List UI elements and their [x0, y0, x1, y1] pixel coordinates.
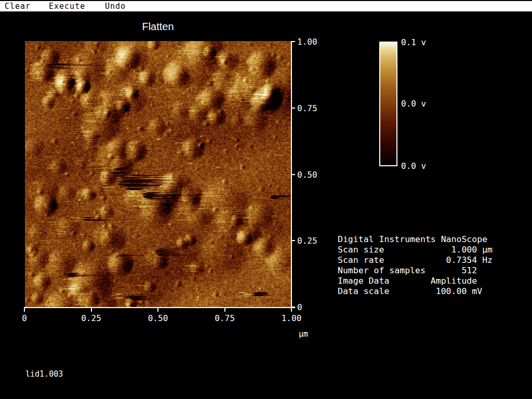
x-axis-unit-label: µm: [299, 329, 308, 339]
x-tick-label: 0.50: [148, 314, 168, 323]
y-tick: [291, 240, 295, 241]
y-tick-label: 0.75: [297, 103, 317, 112]
y-tick-label: 1.00: [297, 37, 317, 46]
info-image-data: Image Data Amplitude: [338, 276, 493, 286]
x-tick-label: 0.75: [215, 314, 235, 323]
info-instrument: Digital Instruments NanoScope: [338, 234, 493, 245]
y-tick: [291, 174, 295, 175]
y-tick-label: 0: [297, 303, 302, 312]
y-axis-line: [291, 42, 292, 312]
menu-item-undo[interactable]: Undo: [105, 2, 126, 11]
x-tick: [291, 307, 292, 312]
colorbar-bottom-label: 0.0 v: [401, 162, 426, 170]
filename-label: lid1.003: [25, 369, 63, 379]
menu-item-clear[interactable]: Clear: [5, 2, 31, 11]
colorbar-mid-label: 0.0 v: [401, 99, 426, 108]
info-num-samples: Number of samples 512: [338, 265, 493, 276]
y-tick-label: 0.25: [297, 236, 317, 245]
x-tick: [24, 307, 25, 312]
y-tick: [291, 41, 295, 42]
menu-item-execute[interactable]: Execute: [49, 2, 85, 11]
plot-title: Flatten: [25, 21, 291, 32]
info-data-scale: Data scale 100.00 mV: [338, 286, 493, 297]
color-scale-bar: [379, 42, 397, 166]
info-scan-size: Scan size 1.000 µm: [338, 245, 493, 255]
x-tick-label: 0: [22, 314, 27, 323]
menu-bar: ClearExecuteUndo: [0, 0, 532, 11]
x-tick: [157, 307, 158, 312]
y-tick: [291, 108, 295, 109]
x-tick: [224, 307, 225, 312]
y-tick: [291, 307, 295, 308]
x-tick-label: 0.25: [81, 314, 101, 323]
scan-parameters: Digital Instruments NanoScope Scan size …: [338, 234, 493, 297]
x-tick: [91, 307, 92, 312]
nanoscope-window: ClearExecuteUndo Flatten 00.250.500.751.…: [0, 0, 532, 399]
afm-image: [25, 41, 291, 307]
y-tick-label: 0.50: [297, 170, 317, 179]
x-tick-label: 1.00: [282, 314, 302, 323]
x-axis-line: [24, 307, 295, 308]
info-scan-rate: Scan rate 0.7354 Hz: [338, 255, 493, 265]
colorbar-top-label: 0.1 v: [401, 38, 426, 47]
